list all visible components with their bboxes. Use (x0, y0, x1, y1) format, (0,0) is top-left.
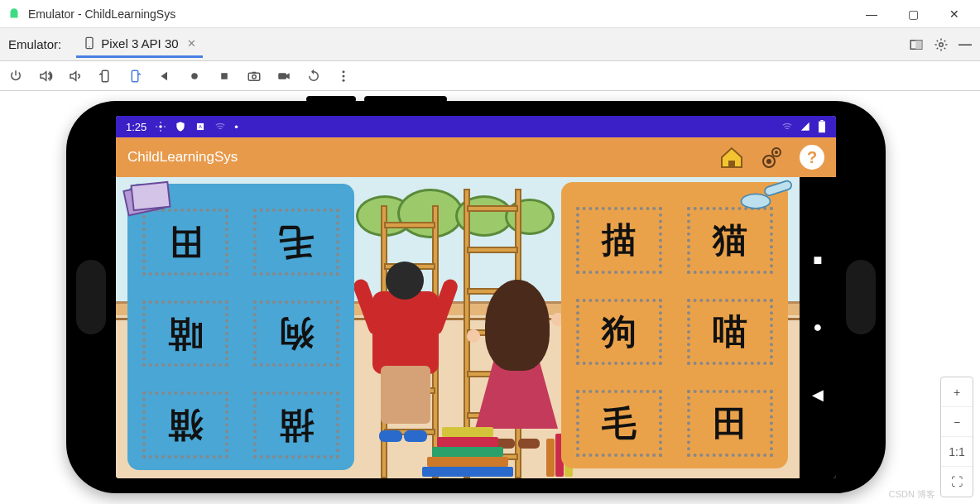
svg-point-13 (343, 70, 345, 73)
nav-overview-icon[interactable]: ■ (814, 252, 823, 269)
emulator-tabstrip: Emulator: Pixel 3 API 30 ✕ — (0, 28, 980, 61)
video-icon[interactable] (276, 69, 291, 84)
reset-icon[interactable] (306, 69, 321, 84)
svg-rect-3 (915, 40, 922, 49)
emulator-viewport: 1:25 A • ChildLearningSys ? (0, 91, 980, 504)
settings-gear-icon[interactable] (934, 37, 949, 52)
zoom-fit-button[interactable]: ⛶ (941, 467, 973, 497)
record-circle-icon[interactable] (187, 69, 202, 84)
volume-down-icon[interactable] (68, 69, 83, 84)
nav-home-icon[interactable]: ● (814, 319, 823, 336)
svg-point-25 (766, 159, 771, 164)
character-card-left: 田 毛 喵 狗 猫 描 (127, 184, 354, 470)
shield-status-icon (175, 121, 186, 132)
char-cell[interactable]: 描 (576, 207, 662, 274)
camera-icon[interactable] (247, 69, 262, 84)
wifi-status-icon (214, 121, 226, 132)
window-close-button[interactable]: ✕ (935, 2, 973, 26)
back-triangle-icon[interactable] (157, 69, 172, 84)
rotate-right-icon[interactable] (127, 69, 142, 84)
char-cell[interactable]: 喵 (142, 300, 228, 367)
app-body: 田 毛 喵 狗 猫 描 描 猫 狗 喵 (116, 177, 836, 478)
statusbar-time: 1:25 (126, 121, 147, 133)
signal-icon (800, 121, 811, 132)
svg-rect-19 (819, 122, 825, 133)
window-mode-icon[interactable] (909, 37, 924, 52)
square-status-icon: A (195, 121, 206, 132)
zoom-out-button[interactable]: − (941, 407, 973, 437)
android-icon (7, 7, 22, 22)
emulator-toolbar (0, 61, 980, 91)
wifi-right-icon (781, 121, 793, 132)
device-screen: 1:25 A • ChildLearningSys ? (116, 116, 836, 478)
char-cell[interactable]: 猫 (142, 391, 228, 458)
pen-decoration-icon (738, 177, 796, 215)
device-tab[interactable]: Pixel 3 API 30 ✕ (76, 31, 202, 58)
collapse-icon[interactable]: — (958, 37, 972, 52)
char-cell[interactable]: 描 (253, 391, 339, 458)
svg-point-1 (89, 46, 90, 47)
zoom-actual-button[interactable]: 1:1 (941, 437, 973, 467)
power-icon[interactable] (8, 69, 23, 84)
char-cell[interactable]: 田 (142, 209, 228, 276)
svg-rect-11 (252, 71, 257, 73)
svg-rect-9 (248, 73, 260, 80)
svg-point-4 (939, 42, 944, 46)
phone-frame: 1:25 A • ChildLearningSys ? (66, 101, 886, 493)
char-cell[interactable]: 毛 (253, 209, 339, 276)
tab-close-icon[interactable]: ✕ (187, 37, 196, 50)
rotate-left-icon[interactable] (98, 69, 113, 84)
more-vert-icon[interactable] (336, 69, 351, 84)
android-statusbar: 1:25 A • (116, 116, 836, 137)
status-dot-icon: • (234, 121, 238, 133)
svg-rect-27 (132, 182, 171, 210)
app-toolbar: ChildLearningSys ? (116, 137, 836, 177)
app-title: ChildLearningSys (127, 149, 238, 166)
window-minimize-button[interactable]: — (853, 2, 891, 26)
settings-icon[interactable] (760, 145, 785, 170)
volume-up-icon[interactable] (38, 69, 53, 84)
emulator-label: Emulator: (8, 37, 61, 51)
gear-status-icon (155, 121, 166, 132)
nav-back-icon[interactable]: ◀ (812, 386, 824, 404)
svg-text:A: A (199, 124, 202, 129)
svg-rect-29 (764, 180, 793, 196)
svg-point-23 (775, 151, 778, 154)
svg-point-16 (160, 125, 163, 128)
character-card-right: 描 猫 狗 喵 毛 田 (561, 182, 788, 468)
svg-rect-20 (820, 120, 823, 122)
char-cell[interactable]: 狗 (576, 299, 662, 366)
help-button[interactable]: ? (800, 145, 824, 170)
svg-rect-12 (278, 73, 286, 79)
android-navbar: ■ ● ◀ (800, 177, 836, 478)
char-cell[interactable]: 喵 (687, 299, 773, 366)
zoom-panel: + − 1:1 ⛶ (940, 377, 973, 497)
svg-point-15 (343, 79, 345, 81)
zoom-in-button[interactable]: + (941, 377, 973, 407)
svg-rect-5 (102, 70, 108, 82)
svg-point-10 (252, 74, 257, 79)
char-cell[interactable]: 狗 (253, 300, 339, 367)
home-icon[interactable] (718, 146, 745, 169)
svg-rect-21 (728, 161, 735, 167)
books-stack (422, 427, 513, 477)
char-cell[interactable]: 毛 (576, 390, 662, 457)
phone-icon (83, 36, 96, 50)
svg-rect-8 (221, 73, 228, 79)
char-cell[interactable]: 猫 (687, 207, 773, 274)
battery-icon (818, 120, 826, 133)
watermark-text: CSDN 博客 (889, 488, 935, 501)
child-boy-illustration (364, 262, 447, 435)
char-cell[interactable]: 田 (687, 390, 773, 457)
child-girl-illustration (472, 280, 563, 445)
window-title: Emulator - ChildLearningSys (28, 7, 175, 21)
svg-rect-6 (132, 70, 138, 82)
window-maximize-button[interactable]: ▢ (894, 2, 932, 26)
svg-point-28 (742, 194, 771, 209)
device-tab-label: Pixel 3 API 30 (101, 36, 178, 50)
books-decoration-icon (121, 179, 179, 217)
svg-point-14 (343, 74, 345, 77)
window-titlebar: Emulator - ChildLearningSys — ▢ ✕ (0, 0, 980, 28)
stop-square-icon[interactable] (217, 69, 232, 84)
svg-point-7 (191, 73, 198, 79)
